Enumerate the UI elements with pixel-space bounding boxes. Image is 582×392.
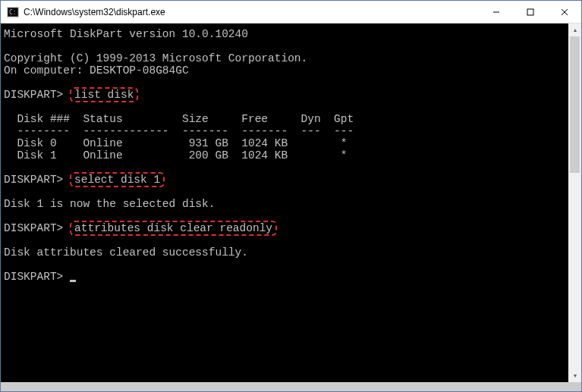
- cleared-msg: Disk attributes cleared successfully.: [4, 246, 248, 259]
- table-divider: -------- ------------- ------- ------- -…: [4, 125, 354, 137]
- version-line: Microsoft DiskPart version 10.0.10240: [4, 28, 248, 40]
- table-header: Disk ### Status Size Free Dyn Gpt: [4, 113, 354, 125]
- table-row: Disk 1 Online 200 GB 1024 KB *: [4, 149, 347, 162]
- console-output[interactable]: Microsoft DiskPart version 10.0.10240 Co…: [1, 24, 568, 382]
- command-highlight: list disk: [70, 87, 138, 102]
- svg-text:C:: C:: [9, 9, 17, 16]
- scroll-down-arrow[interactable]: ▾: [568, 369, 581, 382]
- minimize-button[interactable]: [479, 1, 513, 23]
- command-highlight: attributes disk clear readonly: [70, 221, 277, 236]
- copyright-line: Copyright (C) 1999-2013 Microsoft Corpor…: [4, 52, 307, 64]
- window-frame: C: C:\Windows\system32\diskpart.exe Micr…: [0, 0, 582, 392]
- prompt-label: DISKPART>: [4, 222, 63, 234]
- scrollbar-thumb[interactable]: [570, 36, 580, 173]
- maximize-button[interactable]: [513, 1, 547, 23]
- console-area: Microsoft DiskPart version 10.0.10240 Co…: [1, 24, 581, 382]
- cmd-select-disk: select disk 1: [74, 174, 160, 186]
- prompt-label: DISKPART>: [4, 174, 63, 186]
- vertical-scrollbar[interactable]: ▴ ▾: [568, 24, 581, 382]
- window-title: C:\Windows\system32\diskpart.exe: [24, 7, 479, 17]
- scroll-up-arrow[interactable]: ▴: [568, 24, 581, 36]
- prompt-label: DISKPART>: [4, 271, 63, 283]
- cmd-list-disk: list disk: [74, 89, 134, 101]
- prompt-label: DISKPART>: [4, 89, 63, 101]
- table-row: Disk 0 Online 931 GB 1024 KB *: [4, 137, 347, 149]
- cmd-attributes: attributes disk clear readonly: [74, 222, 272, 234]
- titlebar-buttons: [479, 1, 581, 23]
- cursor: [70, 280, 76, 282]
- command-highlight: select disk 1: [70, 172, 165, 187]
- computer-line: On computer: DESKTOP-08G84GC: [4, 64, 189, 77]
- svg-rect-3: [527, 9, 533, 15]
- console-icon: C:: [7, 6, 19, 18]
- selected-msg: Disk 1 is now the selected disk.: [4, 198, 215, 210]
- titlebar[interactable]: C: C:\Windows\system32\diskpart.exe: [1, 1, 581, 24]
- close-button[interactable]: [547, 1, 581, 23]
- bottom-strip: [1, 382, 581, 391]
